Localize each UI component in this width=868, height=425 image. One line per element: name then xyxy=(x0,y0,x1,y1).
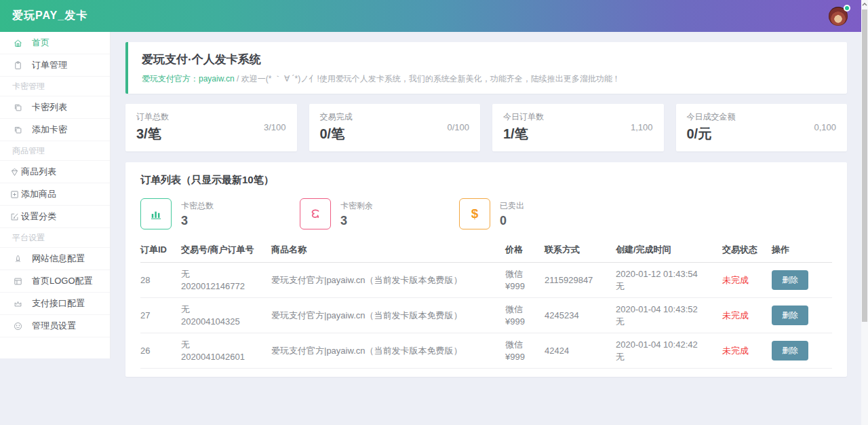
subtitle-separator: / xyxy=(235,74,241,84)
trade-no: 无202004104325 xyxy=(181,298,271,333)
mini-stat-card-total: 卡密总数 3 xyxy=(140,198,300,229)
price: 微信¥999 xyxy=(505,298,545,333)
sidebar-item-label: 首页 xyxy=(32,37,50,49)
stat-value: 0/元 xyxy=(687,125,736,143)
plus-square-icon xyxy=(9,189,20,200)
trade-no: 无2020012146772 xyxy=(181,263,271,298)
order-id: 26 xyxy=(140,333,181,369)
column-header-product: 商品名称 xyxy=(271,238,505,263)
sidebar-item-logo-config[interactable]: 首页LOGO配置 xyxy=(0,270,110,293)
sidebar-item-product-list[interactable]: 商品列表 xyxy=(0,161,110,183)
main-content: 爱玩支付·个人发卡系统 爱玩支付官方：payaiw.cn / 欢迎一(* ｀ ∀… xyxy=(111,32,868,377)
table-row: 26 无2020041042601 爱玩支付官方|payaiw.cn（当前发卡版… xyxy=(140,333,832,369)
sidebar-item-set-category[interactable]: 设置分类 xyxy=(0,206,110,228)
column-header-price: 价格 xyxy=(505,238,545,263)
sidebar-item-card-list[interactable]: 卡密列表 xyxy=(0,96,110,119)
browser-scrollbar[interactable] xyxy=(861,0,868,425)
contact: 4245234 xyxy=(545,298,616,333)
copy-icon xyxy=(12,124,23,135)
scrollbar-thumb[interactable] xyxy=(862,10,867,322)
stat-sub-value: 0,100 xyxy=(814,122,836,132)
order-id: 27 xyxy=(140,298,181,333)
stat-value: 0/笔 xyxy=(320,125,353,143)
stat-card-today-amount: 今日成交金额 0/元 0,100 xyxy=(676,104,848,151)
column-header-order-id: 订单ID xyxy=(140,238,181,263)
sidebar-item-label: 添加卡密 xyxy=(32,124,67,136)
sidebar-item-label: 订单管理 xyxy=(32,59,67,71)
page-title: 爱玩支付·个人发卡系统 xyxy=(142,52,833,67)
stat-label: 今日成交金额 xyxy=(687,111,736,123)
price: 微信¥999 xyxy=(505,333,545,369)
sidebar-item-add-product[interactable]: 添加商品 xyxy=(0,183,110,206)
bar-chart-icon xyxy=(140,198,172,229)
sidebar-item-add-card[interactable]: 添加卡密 xyxy=(0,119,110,141)
status-badge: 未完成 xyxy=(722,346,749,356)
created-time: 2020-01-04 10:42:42无 xyxy=(616,333,722,369)
sidebar-item-label: 商品列表 xyxy=(21,166,56,178)
welcome-message: 欢迎一(* ｀ ∀ ´*)ノ亻!使用爱玩个人发卡系统，我们的系统全新美化，功能齐… xyxy=(241,74,620,84)
sidebar-item-label: 网站信息配置 xyxy=(32,253,85,265)
sidebar-section-cards: 卡密管理 xyxy=(0,77,110,96)
table-row: 28 无2020012146772 爱玩支付官方|payaiw.cn（当前发卡版… xyxy=(140,263,832,298)
sidebar-item-label: 首页LOGO配置 xyxy=(32,275,93,287)
mini-stat-label: 卡密总数 xyxy=(181,200,214,212)
gem-icon xyxy=(9,166,20,177)
official-site-link[interactable]: 爱玩支付官方：payaiw.cn xyxy=(142,74,235,84)
stat-value: 1/笔 xyxy=(503,125,544,143)
column-header-actions: 操作 xyxy=(772,238,832,263)
stat-card-total-orders: 订单总数 3/笔 3/100 xyxy=(125,104,297,151)
stat-sub-value: 0/100 xyxy=(447,122,469,132)
mini-stat-label: 已卖出 xyxy=(500,200,524,212)
column-header-contact: 联系方式 xyxy=(545,238,616,263)
sidebar-item-label: 卡密列表 xyxy=(32,101,67,113)
crown-icon xyxy=(12,298,23,309)
scrollbar-up-arrow-icon[interactable] xyxy=(861,0,868,9)
sidebar-item-payment-config[interactable]: 支付接口配置 xyxy=(0,293,110,315)
smiley-icon xyxy=(12,320,23,331)
copy-icon xyxy=(12,102,23,113)
sidebar-nav: 首页 订单管理 卡密管理 卡密列表 添加卡密 商品管理 xyxy=(0,32,111,358)
mini-stat-value: 3 xyxy=(181,214,214,228)
sidebar-item-home[interactable]: 首页 xyxy=(0,32,110,54)
stat-value: 3/笔 xyxy=(136,125,169,143)
stat-label: 交易完成 xyxy=(320,111,353,123)
sidebar-item-admin-settings[interactable]: 管理员设置 xyxy=(0,315,110,337)
status-badge: 未完成 xyxy=(722,310,749,320)
app-logo-title: 爱玩PAY_发卡 xyxy=(0,9,111,23)
product-name: 爱玩支付官方|payaiw.cn（当前发卡版本免费版） xyxy=(271,333,505,369)
table-row: 27 无202004104325 爱玩支付官方|payaiw.cn（当前发卡版本… xyxy=(140,298,832,333)
sidebar-item-orders[interactable]: 订单管理 xyxy=(0,54,110,77)
contact: 2115929847 xyxy=(545,263,616,298)
sidebar-item-label: 设置分类 xyxy=(21,210,56,223)
stat-label: 今日订单数 xyxy=(503,111,544,123)
stat-card-today-orders: 今日订单数 1/笔 1,100 xyxy=(492,104,664,151)
stat-sub-value: 1,100 xyxy=(631,122,653,132)
top-header-bar: 爱玩PAY_发卡 xyxy=(0,0,868,32)
trade-no: 无2020041042601 xyxy=(181,333,271,369)
edit-icon xyxy=(9,211,20,222)
delete-button[interactable]: 删除 xyxy=(772,341,808,361)
sidebar-item-label: 添加商品 xyxy=(21,188,56,200)
price: 微信¥999 xyxy=(505,263,545,298)
user-avatar[interactable] xyxy=(829,7,848,26)
created-time: 2020-01-12 01:43:54无 xyxy=(616,263,722,298)
sidebar-item-label: 管理员设置 xyxy=(32,320,76,332)
column-header-status: 交易状态 xyxy=(722,238,772,263)
delete-button[interactable]: 删除 xyxy=(772,306,808,325)
sidebar-item-site-info-config[interactable]: 网站信息配置 xyxy=(0,248,110,270)
rocket-icon xyxy=(12,253,23,264)
product-name: 爱玩支付官方|payaiw.cn（当前发卡版本免费版） xyxy=(271,298,505,333)
mini-stat-card-remaining: 卡密剩余 3 xyxy=(300,198,459,229)
mini-stat-card-sold: $ 已卖出 0 xyxy=(459,198,618,229)
mini-stats-row: 卡密总数 3 卡密剩余 3 $ xyxy=(140,198,832,229)
hand-icon xyxy=(300,198,331,229)
orders-table: 订单ID 交易号/商户订单号 商品名称 价格 联系方式 创建/完成时间 交易状态… xyxy=(140,238,832,369)
layout-icon xyxy=(12,276,23,287)
delete-button[interactable]: 删除 xyxy=(772,270,808,290)
sidebar-item-label: 支付接口配置 xyxy=(32,297,85,310)
mini-stat-value: 3 xyxy=(340,214,373,228)
order-list-card: 订单列表（只显示最新10笔） 卡密总数 3 卡密剩余 xyxy=(125,162,847,377)
mini-stat-value: 0 xyxy=(500,214,524,228)
created-time: 2020-01-04 10:43:52无 xyxy=(616,298,722,333)
dollar-icon: $ xyxy=(459,198,490,229)
